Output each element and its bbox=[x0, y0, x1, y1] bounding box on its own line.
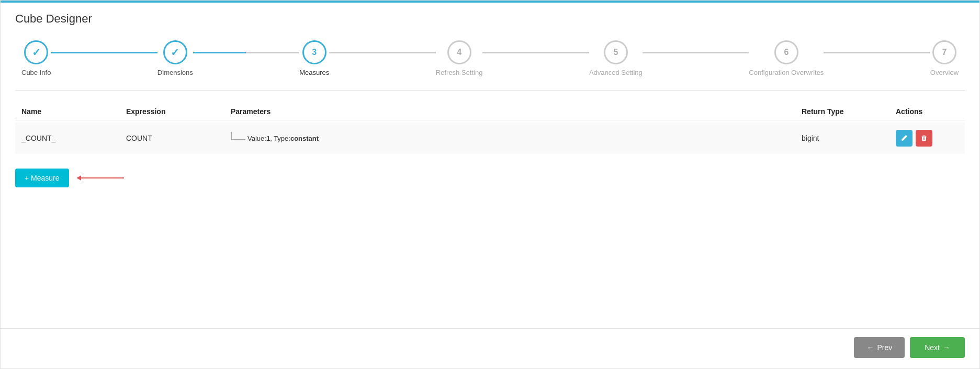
connector-5-6 bbox=[643, 52, 749, 53]
footer-buttons: ← Prev Next → bbox=[1, 328, 979, 368]
svg-marker-1 bbox=[77, 175, 81, 181]
param-value-text: Value:1, Type:constant bbox=[247, 135, 319, 142]
connector-4-5 bbox=[482, 52, 589, 53]
col-header-name: Name bbox=[21, 107, 126, 116]
prev-arrow-icon: ← bbox=[866, 343, 874, 352]
col-header-return-type: Return Type bbox=[802, 107, 896, 116]
stepper-section: ✓ Cube Info ✓ Dimensions 3 Measures bbox=[1, 31, 979, 81]
step-2-circle: ✓ bbox=[163, 40, 187, 64]
step-3-measures[interactable]: 3 Measures bbox=[299, 40, 329, 76]
step-6-configuration-overwrites[interactable]: 6 Configuration Overwrites bbox=[749, 40, 824, 76]
row-name: _COUNT_ bbox=[21, 134, 126, 142]
step-3-label: Measures bbox=[299, 69, 329, 76]
step-4-label: Refresh Setting bbox=[436, 69, 483, 76]
step-7-number: 7 bbox=[942, 48, 947, 57]
edit-icon bbox=[900, 135, 908, 142]
next-label: Next bbox=[925, 343, 940, 352]
step-2-check: ✓ bbox=[171, 46, 179, 59]
step-5-advanced-setting[interactable]: 5 Advanced Setting bbox=[589, 40, 643, 76]
col-header-expression: Expression bbox=[126, 107, 231, 116]
row-expression: COUNT bbox=[126, 134, 231, 142]
delete-button[interactable] bbox=[916, 130, 932, 147]
param-tree: Value:1, Type:constant bbox=[231, 135, 319, 142]
stepper: ✓ Cube Info ✓ Dimensions 3 Measures bbox=[21, 40, 959, 81]
table-row: _COUNT_ COUNT Value:1, Type:constant big… bbox=[15, 122, 965, 154]
connector-6-7 bbox=[824, 52, 930, 53]
page-title: Cube Designer bbox=[15, 12, 92, 25]
step-7-overview[interactable]: 7 Overview bbox=[930, 40, 959, 76]
step-5-label: Advanced Setting bbox=[589, 69, 643, 76]
step-3-number: 3 bbox=[312, 48, 317, 57]
step-6-number: 6 bbox=[784, 48, 788, 57]
step-2-dimensions[interactable]: ✓ Dimensions bbox=[157, 40, 193, 76]
step-1-label: Cube Info bbox=[21, 69, 51, 76]
col-header-parameters: Parameters bbox=[231, 107, 802, 116]
step-6-circle: 6 bbox=[774, 40, 798, 64]
step-1-check: ✓ bbox=[32, 46, 41, 59]
connector-1-2 bbox=[51, 52, 157, 53]
step-7-circle: 7 bbox=[932, 40, 956, 64]
prev-button[interactable]: ← Prev bbox=[854, 337, 905, 358]
table-header: Name Expression Parameters Return Type A… bbox=[15, 103, 965, 120]
next-button[interactable]: Next → bbox=[910, 337, 965, 358]
tree-line-icon bbox=[231, 132, 245, 140]
connector-2-3 bbox=[193, 52, 299, 53]
step-2-label: Dimensions bbox=[157, 69, 193, 76]
row-actions bbox=[896, 130, 959, 147]
edit-button[interactable] bbox=[896, 130, 913, 147]
add-measure-button[interactable]: + Measure bbox=[15, 169, 69, 187]
step-7-label: Overview bbox=[930, 69, 959, 76]
prev-label: Prev bbox=[877, 343, 892, 352]
row-parameters-cell: Value:1, Type:constant bbox=[231, 135, 802, 142]
step-4-refresh-setting[interactable]: 4 Refresh Setting bbox=[436, 40, 483, 76]
add-measure-area: + Measure bbox=[15, 169, 965, 187]
page-wrapper: Cube Designer ✓ Cube Info ✓ Dimensions bbox=[0, 0, 980, 369]
content-section: Name Expression Parameters Return Type A… bbox=[1, 91, 979, 328]
step-1-cube-info[interactable]: ✓ Cube Info bbox=[21, 40, 51, 76]
step-4-number: 4 bbox=[457, 48, 461, 57]
step-3-circle: 3 bbox=[302, 40, 326, 64]
step-6-label: Configuration Overwrites bbox=[749, 69, 824, 76]
step-5-number: 5 bbox=[613, 48, 618, 57]
col-header-actions: Actions bbox=[896, 107, 959, 116]
step-1-circle: ✓ bbox=[24, 40, 48, 64]
step-5-circle: 5 bbox=[604, 40, 628, 64]
row-return-type: bigint bbox=[802, 134, 896, 142]
connector-3-4 bbox=[329, 52, 435, 53]
next-arrow-icon: → bbox=[943, 343, 950, 352]
header: Cube Designer bbox=[1, 3, 979, 31]
step-4-circle: 4 bbox=[447, 40, 471, 64]
trash-icon bbox=[920, 135, 928, 142]
add-measure-arrow bbox=[72, 172, 129, 184]
